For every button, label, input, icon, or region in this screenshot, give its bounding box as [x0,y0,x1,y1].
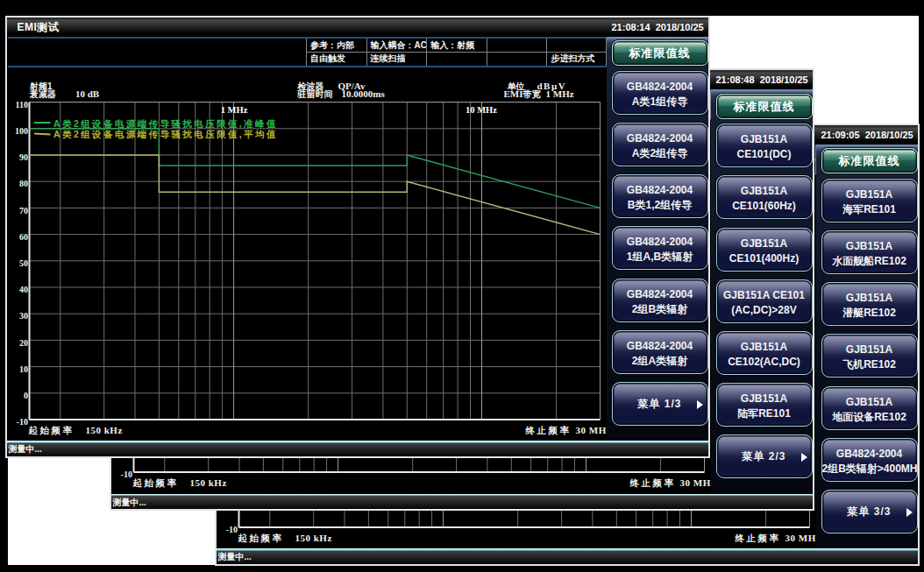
svg-text:100: 100 [15,126,28,136]
svg-text:-10: -10 [120,470,131,479]
svg-text:-10: -10 [225,525,237,534]
svg-text:0: 0 [24,391,28,400]
svg-text:90: 90 [19,152,28,162]
svg-text:-10: -10 [16,417,27,427]
svg-text:50: 50 [19,258,28,268]
svg-text:70: 70 [19,205,28,215]
svg-text:60: 60 [19,231,28,241]
svg-text:10 MHz: 10 MHz [466,105,497,115]
svg-text:80: 80 [19,179,28,188]
svg-text:110: 110 [15,99,27,109]
svg-text:20: 20 [19,337,28,347]
svg-text:A类2组设备电源端传导骚扰电压限值,准峰值: A类2组设备电源端传导骚扰电压限值,准峰值 [53,117,278,128]
svg-text:1 MHz: 1 MHz [220,105,247,115]
svg-text:30: 30 [19,311,28,321]
svg-text:40: 40 [19,285,28,294]
svg-text:10: 10 [19,364,28,373]
svg-text:A类2组设备电源端传导骚扰电压限值,平均值: A类2组设备电源端传导骚扰电压限值,平均值 [53,129,278,139]
